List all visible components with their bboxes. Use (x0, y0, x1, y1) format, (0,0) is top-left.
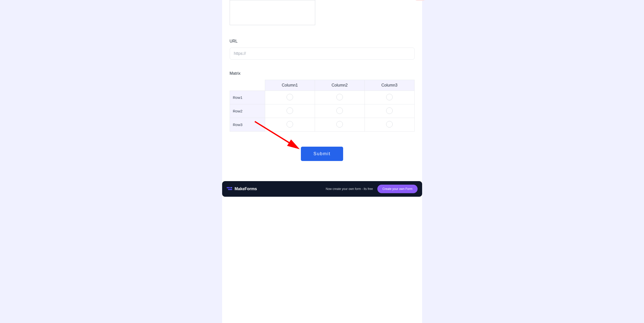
svg-rect-2 (227, 187, 230, 188)
matrix-field-label: Matrix (230, 71, 415, 76)
matrix-radio[interactable] (336, 107, 343, 114)
matrix-col-header: Column3 (365, 80, 414, 91)
form-content: URL Matrix Column1 Column2 Column3 Row1 (222, 0, 422, 161)
matrix-radio[interactable] (386, 107, 393, 114)
matrix-row: Row2 (230, 104, 414, 118)
svg-rect-3 (228, 189, 232, 190)
footer-right: Now create your own form - Its free Crea… (326, 185, 418, 193)
matrix-radio[interactable] (287, 121, 293, 128)
create-form-button[interactable]: Create your own Form (377, 185, 417, 193)
matrix-row: Row3 (230, 118, 414, 132)
footer-tagline: Now create your own form - Its free (326, 187, 373, 191)
matrix-col-header: Column2 (315, 80, 365, 91)
matrix-row: Row1 (230, 91, 414, 104)
delete-badge (415, 0, 425, 1)
matrix-radio[interactable] (336, 94, 343, 100)
makeforms-logo-icon (227, 187, 232, 191)
submit-button[interactable]: Submit (301, 147, 343, 161)
footer-brand-text: MakeForms (235, 187, 257, 191)
matrix-table: Column1 Column2 Column3 Row1 Row2 (230, 80, 415, 132)
submit-wrapper: Submit (230, 147, 415, 161)
matrix-radio[interactable] (386, 121, 393, 128)
matrix-radio[interactable] (386, 94, 393, 100)
url-field-label: URL (230, 39, 415, 44)
footer-left: MakeForms (227, 187, 257, 191)
matrix-radio[interactable] (336, 121, 343, 128)
svg-rect-4 (230, 187, 232, 188)
matrix-radio[interactable] (287, 107, 293, 114)
url-input[interactable] (230, 48, 415, 60)
matrix-row-header: Row1 (230, 91, 265, 104)
footer-bar: MakeForms Now create your own form - Its… (222, 181, 422, 197)
form-container: URL Matrix Column1 Column2 Column3 Row1 (222, 0, 422, 323)
matrix-col-header: Column1 (265, 80, 315, 91)
matrix-row-header: Row2 (230, 104, 265, 118)
matrix-corner-cell (230, 80, 265, 91)
upload-preview-box[interactable] (230, 0, 315, 25)
matrix-row-header: Row3 (230, 118, 265, 132)
matrix-radio[interactable] (287, 94, 293, 100)
